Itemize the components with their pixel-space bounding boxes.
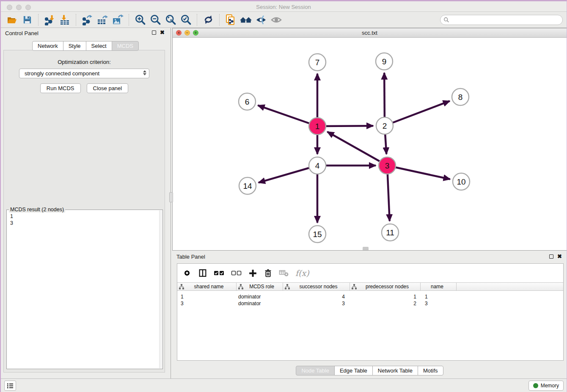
optimization-criterion-select[interactable]: strongly connected component	[19, 69, 149, 78]
unchecked-boxes-icon	[231, 270, 242, 276]
eye-slash-icon	[255, 15, 267, 25]
export-table-button[interactable]	[95, 13, 110, 27]
table-row[interactable]: 1 dominator 4 1 1	[177, 293, 563, 300]
hide-graphics-details-button[interactable]	[253, 13, 269, 27]
mcds-result-title: MCDS result (2 nodes)	[9, 207, 65, 213]
result-scrollbar[interactable]	[159, 210, 162, 368]
graph-node-label-14: 14	[243, 182, 252, 190]
graph-node-label-10: 10	[457, 177, 465, 186]
graph-node-label-9: 9	[382, 57, 387, 66]
cell-mcds-role: dominator	[237, 294, 283, 300]
graph-node-label-2: 2	[383, 121, 387, 130]
clone-network-button[interactable]	[223, 13, 238, 27]
column-header-name[interactable]: name	[421, 283, 457, 290]
zoom-fit-button[interactable]	[163, 13, 178, 27]
run-mcds-button[interactable]: Run MCDS	[40, 83, 81, 93]
graph-edge-3-10[interactable]	[387, 166, 450, 179]
graph-edge-3-1[interactable]	[328, 132, 387, 166]
cell-shared-name: 1	[177, 294, 237, 300]
zoom-in-icon	[135, 14, 146, 25]
column-header-mcds-role[interactable]: MCDS role	[237, 283, 283, 290]
cell-successor-nodes: 4	[283, 294, 350, 300]
cell-shared-name: 3	[177, 301, 237, 306]
zoom-selected-button[interactable]	[178, 13, 193, 27]
import-table-button[interactable]	[57, 13, 72, 27]
tab-mcds[interactable]: MCDS	[112, 41, 139, 51]
main-toolbar	[0, 12, 567, 28]
tab-node-table[interactable]: Node Table	[296, 366, 335, 375]
network-overview-button[interactable]	[238, 13, 253, 27]
tab-motifs[interactable]: Motifs	[418, 366, 443, 375]
cell-successor-nodes: 3	[283, 301, 350, 306]
delete-table-button-disabled	[279, 269, 289, 277]
control-panel: Control Panel ✖ Network Style Select MCD…	[0, 28, 171, 378]
hierarchy-icon	[238, 284, 243, 290]
list-icon	[6, 382, 14, 389]
table-row[interactable]: 3 dominator 3 2 3	[177, 300, 563, 307]
float-table-panel-icon[interactable]	[549, 254, 553, 259]
column-header-successor-nodes[interactable]: successor nodes	[283, 283, 350, 290]
tab-network-table[interactable]: Network Table	[372, 366, 418, 375]
titlebar: Session: New Session	[0, 0, 567, 12]
graph-edge-4-14[interactable]	[259, 166, 317, 182]
graph-edge-2-8[interactable]	[385, 101, 450, 126]
tab-select[interactable]: Select	[86, 41, 112, 51]
tab-style[interactable]: Style	[63, 41, 86, 51]
zoom-selected-icon	[180, 14, 192, 25]
task-history-button[interactable]	[4, 381, 16, 391]
close-panel-icon[interactable]: ✖	[160, 30, 165, 35]
control-panel-tabs: Network Style Select MCDS	[32, 41, 139, 51]
network-graph[interactable]: 7968124314101511	[173, 38, 567, 250]
delete-column-button[interactable]	[264, 268, 272, 278]
network-canvas[interactable]: 7968124314101511	[173, 38, 567, 250]
save-session-button[interactable]	[19, 13, 35, 27]
export-image-button[interactable]	[110, 13, 125, 27]
column-header-predecessor-nodes[interactable]: predecessor nodes	[350, 283, 421, 290]
cell-predecessor-nodes: 2	[350, 301, 421, 306]
hierarchy-icon	[285, 284, 290, 290]
export-network-button[interactable]	[80, 13, 95, 27]
show-columns-button[interactable]	[198, 268, 207, 278]
cell-predecessor-nodes: 1	[350, 294, 421, 300]
search-box[interactable]	[440, 15, 563, 25]
search-input[interactable]	[449, 16, 562, 24]
column-header-shared-name[interactable]: shared name	[177, 283, 237, 290]
table-settings-button[interactable]	[182, 268, 192, 278]
deselect-all-rows-button[interactable]	[231, 270, 242, 276]
open-session-button[interactable]	[4, 13, 19, 27]
float-panel-icon[interactable]	[152, 30, 156, 35]
optimization-criterion-label: Optimization criterion:	[4, 59, 165, 65]
close-panel-button[interactable]: Close panel	[87, 83, 129, 93]
hierarchy-icon	[179, 284, 184, 290]
add-column-button[interactable]	[248, 269, 257, 278]
import-network-button[interactable]	[42, 13, 57, 27]
columns-icon	[198, 268, 207, 278]
mcds-result-line: 1	[10, 213, 162, 220]
zoom-out-button[interactable]	[148, 13, 163, 27]
panel-splitter-handle[interactable]	[169, 192, 173, 202]
apply-layout-button[interactable]	[201, 13, 216, 27]
import-network-icon	[44, 14, 55, 25]
export-image-icon	[112, 14, 124, 25]
cell-name: 1	[421, 294, 457, 300]
toolbar-separator	[219, 14, 220, 26]
graph-node-label-15: 15	[313, 230, 322, 239]
table-header-row: shared name MCDS role successor nodes	[177, 282, 563, 291]
toolbar-separator	[38, 14, 39, 26]
tab-edge-table[interactable]: Edge Table	[334, 366, 373, 375]
search-icon	[443, 17, 449, 23]
cell-name: 3	[421, 301, 457, 306]
tab-network[interactable]: Network	[32, 41, 63, 51]
mcds-result-line: 3	[10, 220, 162, 226]
select-all-rows-button[interactable]	[214, 270, 225, 276]
toolbar-separator	[76, 14, 76, 26]
zoom-in-button[interactable]	[132, 13, 148, 27]
show-graphics-details-button[interactable]	[269, 13, 284, 27]
close-table-panel-icon[interactable]: ✖	[557, 254, 562, 259]
export-network-icon	[82, 14, 93, 25]
network-window-titlebar[interactable]: × − + scc.txt	[173, 28, 567, 38]
canvas-splitter-handle[interactable]	[363, 247, 369, 250]
graph-edge-1-6[interactable]	[258, 105, 317, 126]
memory-button[interactable]: Memory	[528, 381, 564, 391]
graph-node-label-7: 7	[315, 58, 320, 67]
